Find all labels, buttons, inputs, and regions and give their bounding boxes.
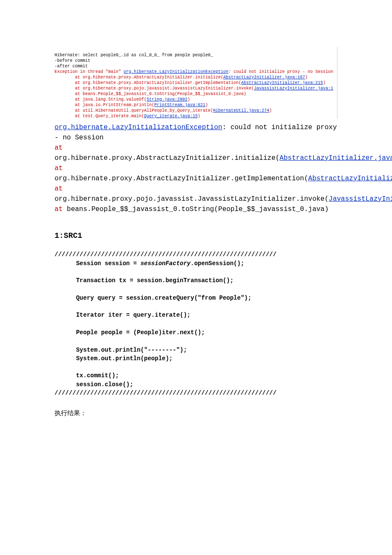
code-line: session.close(); xyxy=(55,381,133,388)
code-line: People people = (People)iter.next(); xyxy=(55,329,205,336)
stack-text: org.hibernate.proxy.pojo.javassist.Javas… xyxy=(55,195,329,203)
console-line: at java.io.PrintStream.println( xyxy=(55,103,154,107)
stack-text: beans.People_$$_javassist_0.toString(Peo… xyxy=(63,205,329,213)
page-body: Hibernate: select people0_.id as col_0_0… xyxy=(0,0,392,434)
exception-link[interactable]: org.hibernate.LazyInitializationExceptio… xyxy=(124,69,228,74)
console-line: ) xyxy=(187,97,190,102)
code-line: Session session = xyxy=(55,260,141,267)
console-output: Hibernate: select people0_.id as col_0_0… xyxy=(55,47,337,119)
console-line: at util.HibernateUtil.queryAllPeople_by_… xyxy=(55,108,213,113)
console-line: : could not initialize proxy - no Sessio… xyxy=(228,69,333,74)
section-heading: 1:SRC1 xyxy=(55,231,337,240)
stack-at: at xyxy=(55,185,63,193)
source-link[interactable]: AbstractLazyInitializer.java:167 xyxy=(223,75,305,80)
source-link[interactable]: AbstractLazyInitializer.java:215 xyxy=(241,81,323,85)
stack-at: at xyxy=(55,165,63,172)
source-link[interactable]: Query_iterate.java:15 xyxy=(144,114,198,119)
console-line: -before commit xyxy=(55,58,90,63)
code-line: System.out.println(people); xyxy=(55,355,173,362)
console-line: at java.lang.String.valueOf( xyxy=(55,97,147,102)
console-line: at org.hibernate.proxy.pojo.javassist.Ja… xyxy=(55,86,254,91)
code-line: System.out.println("--------"); xyxy=(55,347,187,353)
source-link[interactable]: HibernateUtil.java:274 xyxy=(213,108,269,113)
code-line: Iterator iter = query.iterate(); xyxy=(55,312,190,318)
exception-link[interactable]: org.hibernate.LazyInitializationExceptio… xyxy=(55,124,222,131)
source-link[interactable]: PrintStream.java:821 xyxy=(154,103,205,107)
stack-at: at xyxy=(55,144,63,152)
console-line: Hibernate: select people0_.id as col_0_0… xyxy=(55,53,213,58)
console-line: at org.hibernate.proxy.AbstractLazyIniti… xyxy=(55,75,223,80)
code-divider: ////////////////////////////////////////… xyxy=(55,251,277,258)
code-line: Query query = session.createQuery("from … xyxy=(55,295,251,301)
stack-text: org.hibernate.proxy.AbstractLazyInitiali… xyxy=(55,175,308,182)
console-line: -after commit xyxy=(55,64,88,69)
console-line: ) xyxy=(323,81,326,85)
source-link[interactable]: JavassistLazyInitializer.java:190 xyxy=(329,195,392,203)
console-line: ) xyxy=(205,103,208,107)
code-line: Transaction tx = session.beginTransactio… xyxy=(55,277,233,284)
stack-text: org.hibernate.proxy.AbstractLazyInitiali… xyxy=(55,154,280,162)
code-line: tx.commit(); xyxy=(55,372,119,379)
console-line: ) xyxy=(305,75,308,80)
source-link[interactable]: AbstractLazyInitializer.java:215 xyxy=(308,175,392,182)
stacktrace-text: org.hibernate.LazyInitializationExceptio… xyxy=(55,122,337,214)
console-line: at beans.People_$$_javassist_0.toString(… xyxy=(55,92,246,96)
console-line: at test.Query_iterate.main( xyxy=(55,114,144,119)
console-line: ) xyxy=(198,114,200,119)
source-link[interactable]: JavassistLazyInitializer.java:1 xyxy=(254,86,333,91)
console-line: Exception in thread "main" xyxy=(55,69,124,74)
source-code: ////////////////////////////////////////… xyxy=(55,242,337,397)
code-line: .openSession(); xyxy=(190,260,244,267)
console-line: at org.hibernate.proxy.AbstractLazyIniti… xyxy=(55,81,241,85)
result-label: 执行结果： xyxy=(55,409,337,417)
source-link[interactable]: String.java:2902 xyxy=(147,97,187,102)
stack-at: at xyxy=(55,205,63,213)
code-identifier: sessionFactory xyxy=(141,260,191,267)
source-link[interactable]: AbstractLazyInitializer.java:167 xyxy=(280,154,392,162)
code-divider: ////////////////////////////////////////… xyxy=(55,390,277,396)
console-line: ) xyxy=(269,108,272,113)
